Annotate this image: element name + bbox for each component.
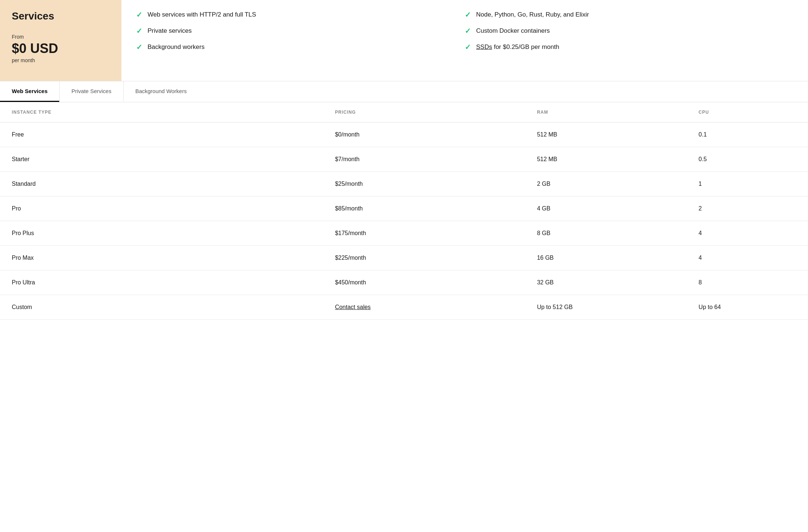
feature-text-1: Web services with HTTP/2 and full TLS — [148, 11, 256, 18]
instance-cpu: 1 — [687, 172, 808, 196]
instance-pricing: $0/month — [323, 123, 525, 147]
feature-item-3: ✓ Private services — [136, 26, 465, 35]
instance-ram: 16 GB — [525, 246, 687, 270]
tab-background-workers[interactable]: Background Workers — [123, 81, 199, 102]
instance-cpu: 8 — [687, 270, 808, 295]
pricing-table: INSTANCE TYPE PRICING RAM CPU Free $0/mo… — [0, 102, 808, 320]
page-title: Services — [12, 10, 110, 22]
feature-item-4: ✓ Custom Docker containers — [465, 26, 793, 35]
col-cpu: CPU — [687, 102, 808, 123]
instance-name: Standard — [0, 172, 323, 196]
instance-name: Starter — [0, 147, 323, 172]
instance-cpu: 0.5 — [687, 147, 808, 172]
from-label: From — [12, 34, 110, 40]
instance-cpu: 0.1 — [687, 123, 808, 147]
instance-cpu: 2 — [687, 196, 808, 221]
table-row: Custom Contact sales Up to 512 GB Up to … — [0, 295, 808, 320]
instance-pricing: $450/month — [323, 270, 525, 295]
instance-pricing: $25/month — [323, 172, 525, 196]
instance-name: Pro Plus — [0, 221, 323, 246]
table-row: Starter $7/month 512 MB 0.5 — [0, 147, 808, 172]
instance-pricing: $225/month — [323, 246, 525, 270]
instance-cpu: 4 — [687, 221, 808, 246]
col-instance-type: INSTANCE TYPE — [0, 102, 323, 123]
feature-text-4: Custom Docker containers — [476, 27, 550, 35]
instance-pricing: $85/month — [323, 196, 525, 221]
instance-name: Pro Ultra — [0, 270, 323, 295]
check-icon-5: ✓ — [136, 43, 142, 52]
tab-web-services[interactable]: Web Services — [0, 81, 59, 102]
tabs-bar: Web Services Private Services Background… — [0, 81, 808, 102]
feature-text-6: SSDs for $0.25/GB per month — [476, 43, 559, 51]
col-ram: RAM — [525, 102, 687, 123]
check-icon-6: ✓ — [465, 43, 471, 52]
check-icon-4: ✓ — [465, 26, 471, 35]
check-icon-2: ✓ — [465, 10, 471, 19]
instance-name: Free — [0, 123, 323, 147]
feature-text-2: Node, Python, Go, Rust, Ruby, and Elixir — [476, 11, 589, 18]
check-icon-3: ✓ — [136, 26, 142, 35]
price-display: $0 USD — [12, 41, 110, 56]
table-row: Free $0/month 512 MB 0.1 — [0, 123, 808, 147]
hero-right: ✓ Web services with HTTP/2 and full TLS … — [121, 0, 808, 81]
instance-pricing: Contact sales — [323, 295, 525, 320]
feature-item-2: ✓ Node, Python, Go, Rust, Ruby, and Elix… — [465, 10, 793, 19]
col-pricing: PRICING — [323, 102, 525, 123]
feature-item-6: ✓ SSDs for $0.25/GB per month — [465, 43, 793, 52]
table-section: INSTANCE TYPE PRICING RAM CPU Free $0/mo… — [0, 102, 808, 320]
feature-item-1: ✓ Web services with HTTP/2 and full TLS — [136, 10, 465, 19]
instance-cpu: 4 — [687, 246, 808, 270]
instance-ram: Up to 512 GB — [525, 295, 687, 320]
instance-cpu: Up to 64 — [687, 295, 808, 320]
table-row: Pro Plus $175/month 8 GB 4 — [0, 221, 808, 246]
instance-name: Pro Max — [0, 246, 323, 270]
feature-text-5: Background workers — [148, 43, 205, 51]
instance-ram: 512 MB — [525, 147, 687, 172]
table-row: Pro Max $225/month 16 GB 4 — [0, 246, 808, 270]
table-row: Pro $85/month 4 GB 2 — [0, 196, 808, 221]
table-row: Standard $25/month 2 GB 1 — [0, 172, 808, 196]
instance-pricing: $175/month — [323, 221, 525, 246]
instance-name: Custom — [0, 295, 323, 320]
instance-ram: 4 GB — [525, 196, 687, 221]
hero-left: Services From $0 USD per month — [0, 0, 121, 81]
contact-sales-link[interactable]: Contact sales — [335, 304, 371, 310]
per-month-label: per month — [12, 57, 110, 63]
instance-ram: 512 MB — [525, 123, 687, 147]
instance-ram: 2 GB — [525, 172, 687, 196]
hero-section: Services From $0 USD per month ✓ Web ser… — [0, 0, 808, 81]
instance-name: Pro — [0, 196, 323, 221]
table-row: Pro Ultra $450/month 32 GB 8 — [0, 270, 808, 295]
feature-item-5: ✓ Background workers — [136, 43, 465, 52]
instance-ram: 32 GB — [525, 270, 687, 295]
feature-text-3: Private services — [148, 27, 192, 35]
tab-private-services[interactable]: Private Services — [59, 81, 123, 102]
check-icon-1: ✓ — [136, 10, 142, 19]
table-header-row: INSTANCE TYPE PRICING RAM CPU — [0, 102, 808, 123]
instance-pricing: $7/month — [323, 147, 525, 172]
instance-ram: 8 GB — [525, 221, 687, 246]
